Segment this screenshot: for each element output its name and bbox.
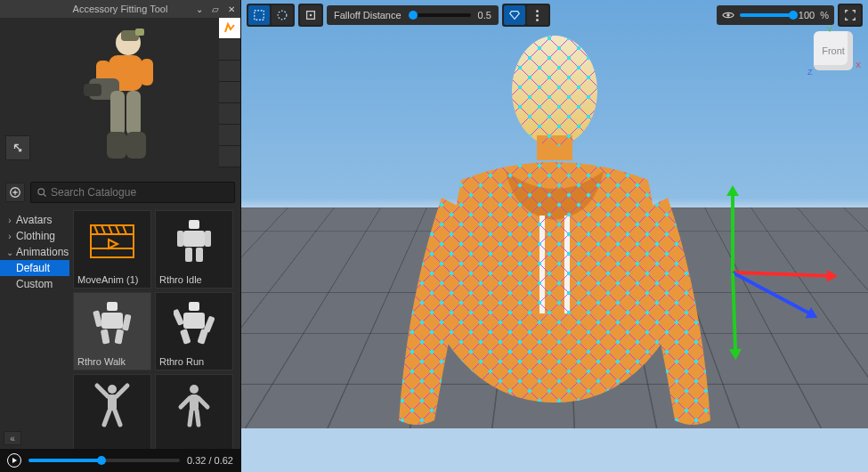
play-button[interactable] [7, 453, 21, 468]
collapse-panel-button[interactable]: « [4, 431, 21, 445]
open-external-button[interactable] [5, 135, 30, 160]
lasso-mode-button[interactable] [272, 5, 293, 25]
svg-rect-32 [180, 329, 191, 345]
tree-item-clothing[interactable]: ›Clothing [0, 228, 69, 244]
view-cube[interactable]: Front Y X Z [809, 27, 857, 75]
animation-grid: MoveAnim (1) Rthro Idle Rthro Walk Rthro… [69, 207, 240, 472]
panel-close-icon[interactable]: ✕ [226, 4, 237, 14]
svg-rect-33 [197, 329, 208, 345]
svg-point-51 [310, 14, 312, 17]
svg-rect-8 [110, 91, 125, 135]
accessory-thumb[interactable] [219, 82, 240, 103]
svg-rect-23 [101, 313, 123, 329]
svg-rect-2 [135, 28, 144, 36]
add-button[interactable] [5, 183, 25, 202]
grid-item-rthro-idle[interactable]: Rthro Idle [155, 210, 233, 289]
accessory-thumb[interactable] [219, 103, 240, 125]
chevron-right-icon: › [5, 232, 14, 241]
panel-dropdown-icon[interactable]: ⌄ [194, 4, 205, 14]
search-box[interactable] [30, 182, 235, 203]
search-icon [37, 187, 47, 198]
accessory-thumb[interactable] [219, 146, 240, 167]
more-options-button[interactable] [527, 5, 548, 25]
viewport-toolbar: Falloff Distance 0.5 100 % [247, 4, 863, 27]
grid-item-dance[interactable] [73, 374, 151, 452]
svg-point-36 [190, 385, 199, 394]
svg-rect-16 [189, 220, 199, 229]
grid-item-label: Rthro Idle [156, 272, 232, 288]
falloff-value: 0.5 [478, 10, 491, 20]
eye-icon [722, 9, 734, 21]
svg-rect-20 [185, 248, 192, 262]
svg-rect-28 [189, 302, 199, 311]
svg-point-52 [726, 13, 730, 17]
panel-popout-icon[interactable]: ▱ [210, 4, 221, 14]
playback-bar: 0.32 / 0.62 [0, 449, 240, 472]
svg-rect-48 [255, 11, 264, 20]
svg-rect-26 [101, 329, 110, 344]
grid-item-label: MoveAnim (1) [74, 272, 150, 288]
svg-rect-5 [141, 59, 153, 85]
falloff-label: Falloff Distance [334, 10, 402, 20]
playback-slider[interactable] [28, 459, 180, 462]
accessory-thumb[interactable] [219, 61, 240, 82]
playback-time: 0.32 / 0.62 [187, 455, 233, 466]
grid-item-moveanim[interactable]: MoveAnim (1) [73, 210, 151, 289]
preview-area [0, 18, 240, 178]
viewport[interactable]: Front Y X Z Falloff Distance [241, 0, 868, 472]
search-row [0, 178, 240, 207]
accessory-thumb-strip [219, 18, 240, 167]
accessory-thumb[interactable] [219, 125, 240, 146]
accessory-thumb[interactable] [219, 39, 240, 61]
svg-rect-10 [107, 132, 126, 159]
svg-rect-29 [183, 313, 205, 329]
accessory-thumb-selected[interactable] [219, 18, 240, 39]
zoom-control[interactable]: 100 % [717, 5, 834, 25]
tree-child-custom[interactable]: Custom [0, 276, 69, 292]
grid-item-rthro-run[interactable]: Rthro Run [155, 292, 233, 370]
svg-rect-22 [107, 302, 118, 311]
svg-rect-27 [114, 329, 124, 344]
character-preview [71, 25, 169, 172]
chevron-right-icon: › [5, 216, 14, 225]
svg-rect-7 [84, 84, 101, 96]
frame-fit-button[interactable] [840, 5, 861, 25]
svg-rect-18 [177, 231, 183, 247]
search-input[interactable] [51, 186, 229, 199]
accessory-fitting-panel: Accessory Fitting Tool ⌄ ▱ ✕ [0, 0, 241, 472]
svg-rect-25 [122, 314, 132, 331]
mannequin [363, 28, 746, 472]
svg-point-34 [108, 385, 117, 394]
grid-item-stand[interactable] [155, 374, 233, 452]
tree-child-default[interactable]: Default [0, 260, 69, 276]
grid-item-label: Rthro Walk [74, 354, 150, 370]
grid-item-label: Rthro Run [156, 354, 232, 370]
zoom-value: 100 [799, 10, 815, 20]
svg-rect-30 [174, 309, 184, 326]
svg-rect-9 [126, 91, 141, 135]
select-mode-button[interactable] [248, 5, 270, 25]
tree-item-avatars[interactable]: ›Avatars [0, 212, 69, 228]
cage-toggle-button[interactable] [504, 5, 525, 25]
point-mode-button[interactable] [300, 5, 321, 25]
svg-point-13 [38, 189, 45, 195]
svg-rect-11 [126, 132, 146, 159]
svg-rect-19 [205, 231, 211, 247]
panel-header: Accessory Fitting Tool ⌄ ▱ ✕ [0, 0, 240, 18]
svg-point-49 [278, 11, 287, 20]
svg-point-47 [512, 36, 597, 146]
svg-rect-17 [183, 231, 205, 247]
tree-item-animations[interactable]: ⌄Animations [0, 244, 69, 260]
svg-marker-15 [109, 240, 118, 248]
chevron-down-icon: ⌄ [5, 248, 14, 257]
falloff-control[interactable]: Falloff Distance 0.5 [327, 5, 499, 25]
svg-rect-24 [93, 310, 102, 327]
grid-item-rthro-walk[interactable]: Rthro Walk [73, 292, 151, 370]
svg-rect-21 [196, 248, 203, 262]
zoom-unit: % [820, 10, 829, 20]
